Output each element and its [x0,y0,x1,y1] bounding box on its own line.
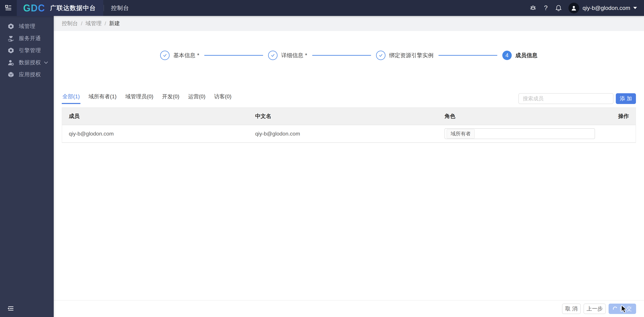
table-row: qiy-b@glodon.com qiy-b@glodon.com 域所有者 [62,125,636,143]
step-basic-info: 基本信息 * [160,51,199,60]
column-header-chinese-name: 中文名 [248,113,438,120]
submit-button-label: 提 交 [620,305,632,313]
sidebar-item-label: 域管理 [19,23,36,30]
required-asterisk: * [197,52,199,58]
members-table: 成员 中文名 角色 操作 qiy-b@glodon.com qiy-b@glod… [62,107,636,143]
cell-chinese-name: qiy-b@glodon.com [248,131,438,137]
tab-operator[interactable]: 运营(0) [187,93,206,104]
step-label: 详细信息 [281,52,303,59]
breadcrumb-separator: / [104,20,106,27]
user-avatar-icon[interactable] [568,3,579,13]
topbar-console-link[interactable]: 控制台 [111,4,129,12]
add-member-button[interactable]: 添 加 [616,93,636,104]
topbar: GDC 广联达数据中台 控制台 ? qi [0,0,644,16]
tab-guest[interactable]: 访客(0) [214,93,232,104]
search-member-input[interactable] [518,93,614,104]
role-tag: 域所有者 [446,129,475,139]
gdc-logo: GDC [23,3,45,13]
step-bind-engine: 绑定资源引擎实例 [376,51,434,60]
tab-domain-owner[interactable]: 域所有者(1) [88,93,117,104]
sidebar-item-label: 引擎管理 [19,47,41,54]
stepper-connector [204,55,263,56]
tab-all[interactable]: 全部(1) [62,93,80,104]
sidebar-item-label: 服务开通 [19,35,41,42]
cell-member: qiy-b@glodon.com [62,131,248,137]
step-number-badge: 4 [502,51,512,60]
step-check-icon [268,51,278,60]
cell-role: 域所有者 [438,128,597,139]
stepper-connector [438,55,497,56]
user-gear-icon [8,59,14,66]
column-header-role: 角色 [438,113,597,120]
step-detail-info: 详细信息 * [268,51,307,60]
sidebar-nav: 域管理 服务开通 引擎管理 [0,16,54,81]
role-select[interactable]: 域所有者 [444,128,595,139]
wizard-stepper: 基本信息 * 详细信息 * 绑定资源 [54,51,644,60]
hex-nut-icon [8,23,14,29]
table-header-row: 成员 中文名 角色 操作 [62,108,636,125]
sidebar-item-service-open[interactable]: 服务开通 [0,32,54,44]
tab-domain-admin[interactable]: 域管理员(0) [124,93,154,104]
breadcrumb-console[interactable]: 控制台 [62,20,78,27]
layout-collapse-button[interactable] [0,0,17,16]
page-content: 基本信息 * 详细信息 * 绑定资源 [54,31,644,300]
bell-icon[interactable] [555,4,562,12]
tab-developer[interactable]: 开发(0) [161,93,180,104]
brand-block: GDC 广联达数据中台 [17,0,103,16]
breadcrumb: 控制台 / 域管理 / 新建 [54,16,644,31]
step-label: 成员信息 [516,52,538,59]
hex-nut-icon [8,47,14,54]
help-icon[interactable]: ? [542,4,550,12]
sidebar: 域管理 服务开通 引擎管理 [0,16,54,317]
sidebar-item-engine-mgmt[interactable]: 引擎管理 [0,44,54,56]
cancel-button[interactable]: 取 消 [562,304,581,314]
stepper-connector [312,55,371,56]
caret-down-icon[interactable] [633,7,637,9]
sidebar-item-label: 应用授权 [19,71,41,78]
member-tabs: 全部(1) 域所有者(1) 域管理员(0) 开发(0) 运营(0) 访客(0) [62,93,240,104]
product-title: 广联达数据中台 [50,4,96,12]
column-header-member: 成员 [62,113,248,120]
submit-button[interactable]: 提 交 [608,304,636,314]
layout-collapse-icon [5,4,12,12]
breadcrumb-current: 新建 [109,20,120,27]
column-header-actions: 操作 [597,113,636,120]
loading-spinner-icon [612,306,618,312]
user-email[interactable]: qiy-b@glodon.com [582,5,630,11]
breadcrumb-domain-mgmt[interactable]: 域管理 [86,20,102,27]
required-asterisk: * [305,52,307,58]
wizard-footer: 取 消 上一步 提 交 [54,300,644,317]
step-label: 绑定资源引擎实例 [389,52,434,59]
step-check-icon [160,51,170,60]
step-label: 基本信息 [173,52,196,59]
sidebar-item-label: 数据授权 [19,59,41,66]
sidebar-item-data-auth[interactable]: 数据授权 [0,56,54,69]
member-toolbar: 全部(1) 域所有者(1) 域管理员(0) 开发(0) 运营(0) 访客(0) … [62,93,636,104]
breadcrumb-separator: / [81,20,82,27]
step-member-info: 4 成员信息 [502,51,538,60]
menu-fold-icon[interactable] [7,305,14,313]
sidebar-item-domain-mgmt[interactable]: 域管理 [0,20,54,32]
bug-icon[interactable] [529,4,537,12]
previous-step-button[interactable]: 上一步 [584,304,606,314]
topbar-right-cluster: ? qiy-b@glodon.com [524,3,644,13]
main-area: 控制台 / 域管理 / 新建 基本信息 * [54,16,644,317]
heart-hand-icon [8,35,14,42]
sidebar-item-app-auth[interactable]: 应用授权 [0,69,54,81]
topbar-divider [104,5,104,11]
step-check-icon [376,51,386,60]
chevron-down-icon [44,60,48,64]
cube-icon [8,71,14,78]
